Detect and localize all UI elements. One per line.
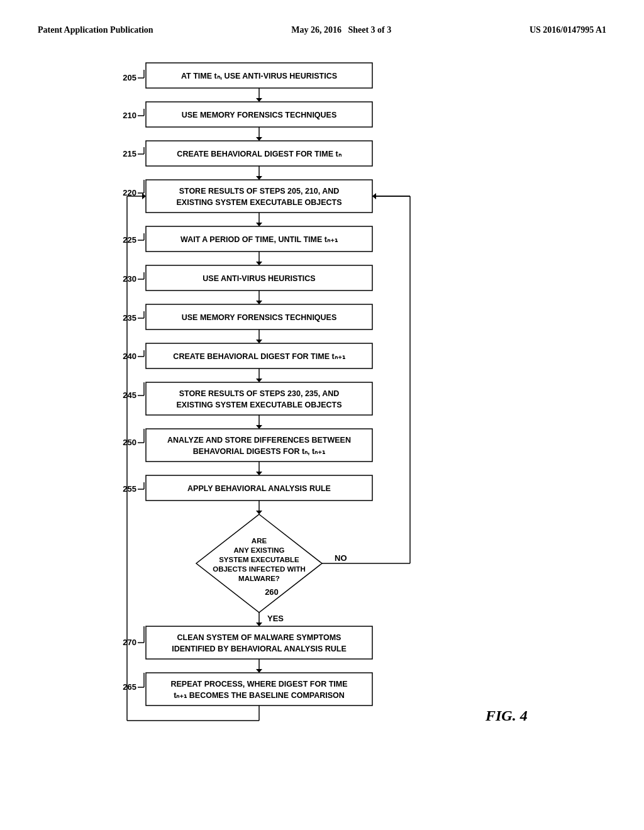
svg-text:265: 265 <box>123 682 136 692</box>
svg-text:260: 260 <box>265 587 279 597</box>
svg-text:AT TIME tₙ, USE ANTI-VIRUS HEU: AT TIME tₙ, USE ANTI-VIRUS HEURISTICS <box>181 72 337 80</box>
svg-text:EXISTING SYSTEM EXECUTABLE OBJ: EXISTING SYSTEM EXECUTABLE OBJECTS <box>176 198 341 207</box>
svg-marker-29 <box>256 223 262 226</box>
svg-text:WAIT A PERIOD OF TIME, UNTIL T: WAIT A PERIOD OF TIME, UNTIL TIME tₙ₊₁ <box>180 235 338 244</box>
header: Patent Application Publication May 26, 2… <box>38 25 606 35</box>
svg-rect-24 <box>146 180 372 213</box>
svg-rect-95 <box>146 626 372 659</box>
svg-marker-99 <box>256 669 262 673</box>
svg-marker-114 <box>372 193 376 199</box>
svg-rect-103 <box>146 673 372 706</box>
svg-text:ANALYZE AND STORE DIFFERENCES : ANALYZE AND STORE DIFFERENCES BETWEEN <box>167 436 351 445</box>
svg-text:235: 235 <box>123 313 136 323</box>
svg-text:MALWARE?: MALWARE? <box>238 575 280 582</box>
svg-marker-36 <box>256 262 262 265</box>
svg-text:STORE RESULTS OF STEPS 230, 23: STORE RESULTS OF STEPS 230, 235, AND <box>179 389 340 398</box>
svg-text:USE ANTI-VIRUS HEURISTICS: USE ANTI-VIRUS HEURISTICS <box>203 274 315 283</box>
svg-text:210: 210 <box>123 111 136 120</box>
svg-text:215: 215 <box>123 149 136 158</box>
svg-text:SYSTEM EXECUTABLE: SYSTEM EXECUTABLE <box>219 556 299 563</box>
svg-text:245: 245 <box>123 390 136 400</box>
svg-text:CREATE BEHAVIORAL DIGEST FOR T: CREATE BEHAVIORAL DIGEST FOR TIME tₙ₊₁ <box>173 352 345 361</box>
svg-marker-43 <box>256 301 262 304</box>
svg-text:STORE RESULTS OF STEPS 205, 21: STORE RESULTS OF STEPS 205, 210, AND <box>179 187 340 196</box>
svg-text:FIG. 4: FIG. 4 <box>485 707 528 724</box>
svg-text:APPLY BEHAVIORAL ANALYSIS RULE: APPLY BEHAVIORAL ANALYSIS RULE <box>187 484 331 493</box>
svg-text:255: 255 <box>123 484 136 494</box>
svg-text:BEHAVORIAL DIGESTS FOR tₙ, tₙ₊: BEHAVORIAL DIGESTS FOR tₙ, tₙ₊₁ <box>193 447 325 456</box>
svg-marker-65 <box>256 425 262 429</box>
svg-marker-6 <box>256 98 262 102</box>
svg-text:EXISTING SYSTEM EXECUTABLE OBJ: EXISTING SYSTEM EXECUTABLE OBJECTS <box>176 401 341 409</box>
svg-text:OBJECTS INFECTED WITH: OBJECTS INFECTED WITH <box>213 565 306 573</box>
svg-marker-73 <box>256 472 262 475</box>
svg-text:REPEAT PROCESS, WHERE DIGEST F: REPEAT PROCESS, WHERE DIGEST FOR TIME <box>170 680 347 689</box>
svg-text:IDENTIFIED BY BEHAVIORAL ANALY: IDENTIFIED BY BEHAVIORAL ANALYSIS RULE <box>172 645 347 653</box>
flowchart-diagram: 205 AT TIME tₙ, USE ANTI-VIRUS HEURISTIC… <box>77 54 567 809</box>
svg-text:tₙ₊₁ BECOMES THE BASELINE COMP: tₙ₊₁ BECOMES THE BASELINE COMPARISON <box>174 691 345 700</box>
svg-rect-69 <box>146 429 372 462</box>
svg-marker-81 <box>196 514 322 612</box>
svg-text:CLEAN SYSTEM OF MALWARE SYMPTO: CLEAN SYSTEM OF MALWARE SYMPTOMS <box>177 633 341 642</box>
svg-marker-50 <box>256 340 262 343</box>
svg-text:USE MEMORY FORENSICS TECHNIQUE: USE MEMORY FORENSICS TECHNIQUES <box>182 313 337 322</box>
svg-marker-110 <box>142 193 146 199</box>
header-patent-number: US 2016/0147995 A1 <box>530 25 606 35</box>
svg-text:225: 225 <box>123 235 136 245</box>
svg-text:ANY EXISTING: ANY EXISTING <box>234 546 285 554</box>
svg-marker-20 <box>256 176 262 180</box>
svg-marker-13 <box>256 137 262 141</box>
svg-marker-57 <box>256 379 262 382</box>
page: Patent Application Publication May 26, 2… <box>0 0 644 830</box>
svg-text:NO: NO <box>335 553 347 563</box>
svg-text:USE MEMORY FORENSICS TECHNIQUE: USE MEMORY FORENSICS TECHNIQUES <box>182 111 337 119</box>
svg-text:240: 240 <box>123 351 136 361</box>
header-publication-label: Patent Application Publication <box>38 25 153 35</box>
svg-marker-90 <box>256 622 262 626</box>
svg-text:205: 205 <box>123 73 136 82</box>
svg-rect-61 <box>146 382 372 415</box>
svg-text:YES: YES <box>267 614 284 623</box>
svg-text:230: 230 <box>123 274 136 284</box>
header-date-sheet: May 26, 2016 Sheet 3 of 3 <box>291 25 391 35</box>
svg-text:ARE: ARE <box>252 537 267 545</box>
svg-text:CREATE BEHAVIORAL DIGEST FOR T: CREATE BEHAVIORAL DIGEST FOR TIME tₙ <box>177 150 341 158</box>
svg-text:270: 270 <box>123 638 136 647</box>
svg-text:250: 250 <box>123 438 136 447</box>
